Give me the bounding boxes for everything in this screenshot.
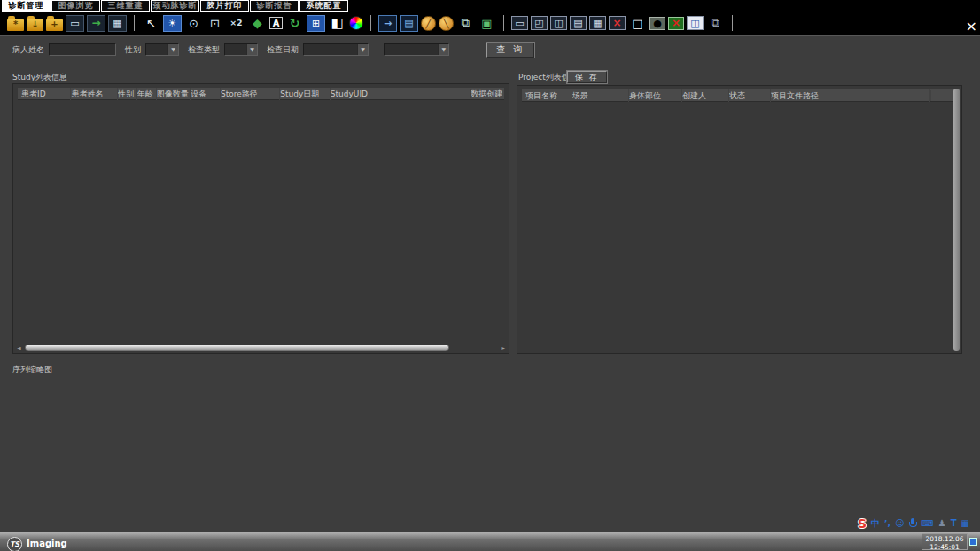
- tab-diagnosis-report[interactable]: 诊断报告: [250, 0, 299, 12]
- image-display-icon[interactable]: ☀: [163, 15, 182, 32]
- date-range-separator: -: [374, 45, 377, 54]
- column-study-uid[interactable]: StudyUID: [331, 89, 471, 98]
- layout-single-icon[interactable]: ▭: [511, 16, 528, 30]
- copy-report-icon[interactable]: ⧉: [456, 15, 475, 32]
- study-list-title: Study列表信息: [12, 72, 67, 83]
- toolbar-separator: [134, 15, 135, 31]
- tab-system-config[interactable]: 系统配置: [299, 0, 348, 12]
- film-layout-icon[interactable]: ▤: [400, 15, 418, 32]
- main-content: 病人姓名 性别 ▼ 检查类型 ▼ 检查日期 ▼ - ▼ 查 询 Study列表信…: [0, 35, 980, 532]
- tab-image-browse[interactable]: 图像浏览: [51, 0, 100, 12]
- top-bar: 诊断管理 图像浏览 三维重建 颈动脉诊断 胶片打印 诊断报告 系统配置 * ↓ …: [0, 0, 980, 35]
- film-view-icon[interactable]: ▭: [66, 15, 84, 32]
- roi-delete-icon[interactable]: ×: [668, 17, 684, 30]
- color-palette-icon[interactable]: [349, 16, 363, 30]
- toolbox-icon[interactable]: ▦: [961, 518, 969, 529]
- pointer-cursor-icon[interactable]: ↖: [142, 15, 160, 32]
- sogou-input-icon[interactable]: S: [858, 518, 867, 529]
- scrollbar-thumb[interactable]: [25, 345, 449, 351]
- pan-move-icon[interactable]: ◆: [248, 15, 267, 32]
- column-scene[interactable]: 场景: [572, 89, 629, 102]
- ts-logo-icon: TS: [7, 537, 22, 551]
- contrast-icon[interactable]: ◧: [328, 15, 346, 32]
- chevron-down-icon: ▼: [357, 44, 368, 55]
- layout-two-column-icon[interactable]: ◫: [550, 16, 567, 30]
- column-project-file-path[interactable]: 项目文件路径: [771, 89, 930, 102]
- emoji-icon[interactable]: ☺: [895, 518, 904, 529]
- layout-grid-icon[interactable]: ▦: [589, 16, 606, 30]
- zoom-region-icon[interactable]: ⊡: [206, 15, 224, 32]
- skin-icon[interactable]: T: [951, 518, 957, 529]
- scroll-right-icon[interactable]: ►: [499, 345, 505, 351]
- ellipse-shape-icon[interactable]: ●: [649, 17, 665, 30]
- project-list-panel: 项目名称 场景 身体部位 创建人 状态 项目文件路径: [517, 85, 962, 354]
- taskbar-clock[interactable]: 2018.12.06 12:45:01: [922, 533, 968, 550]
- cascade-windows-icon[interactable]: ⧉: [706, 15, 725, 32]
- fit-window-icon[interactable]: ⊞: [307, 15, 325, 32]
- tab-film-print[interactable]: 胶片打印: [200, 0, 249, 12]
- refresh-icon[interactable]: ↻: [285, 15, 304, 32]
- brand-name: Imaging: [27, 539, 67, 548]
- chinese-mode-icon[interactable]: 中: [871, 518, 880, 529]
- zoom-2x-icon[interactable]: ×2: [227, 15, 245, 32]
- column-study-date[interactable]: Study日期: [280, 88, 330, 100]
- layout-rows-icon[interactable]: ▤: [570, 16, 587, 30]
- column-creator[interactable]: 创建人: [682, 89, 729, 102]
- column-store-path[interactable]: Store路径: [221, 88, 280, 100]
- column-image-count[interactable]: 图像数量: [157, 88, 191, 100]
- layout-close-icon[interactable]: ×: [609, 16, 626, 30]
- exam-type-select[interactable]: ▼: [224, 43, 258, 56]
- microphone-icon[interactable]: [908, 518, 916, 529]
- exam-date-from-select[interactable]: ▼: [303, 43, 369, 56]
- sequence-thumbnail-label: 序列缩略图: [12, 364, 52, 376]
- column-gender[interactable]: 性别: [118, 88, 137, 100]
- archive-box-icon[interactable]: ▦: [108, 15, 127, 32]
- column-body-part[interactable]: 身体部位: [629, 89, 682, 102]
- login-icon[interactable]: ♟: [938, 518, 946, 529]
- vertical-scrollbar[interactable]: [953, 89, 960, 351]
- clock-time: 12:45:01: [922, 543, 967, 551]
- annotation-icon[interactable]: A: [269, 17, 283, 29]
- new-study-folder-icon[interactable]: +: [46, 19, 63, 31]
- split-view-icon[interactable]: ◫: [687, 16, 704, 30]
- scroll-left-icon[interactable]: ◄: [17, 345, 23, 351]
- column-data-created[interactable]: 数据创建: [471, 88, 504, 100]
- soft-keyboard-icon[interactable]: ⌨: [921, 518, 933, 529]
- column-device[interactable]: 设备: [191, 88, 221, 100]
- open-study-folder-icon[interactable]: *: [7, 19, 24, 31]
- tab-carotid-diagnosis[interactable]: 颈动脉诊断: [151, 0, 199, 12]
- close-button[interactable]: ×: [966, 20, 977, 33]
- taskbar: TS Imaging 2018.12.06 12:45:01: [0, 532, 980, 551]
- film-import-icon[interactable]: →: [378, 15, 397, 32]
- column-age[interactable]: 年龄: [137, 88, 157, 100]
- column-patient-name[interactable]: 患者姓名: [71, 88, 118, 100]
- punctuation-icon[interactable]: ’,: [884, 518, 891, 529]
- tab-diagnosis-management[interactable]: 诊断管理: [2, 0, 51, 12]
- column-status[interactable]: 状态: [729, 89, 771, 102]
- chevron-down-icon: ▼: [167, 44, 178, 55]
- toolbar-separator: [503, 15, 504, 31]
- column-project-name[interactable]: 项目名称: [525, 89, 572, 102]
- exam-date-to-select[interactable]: ▼: [384, 43, 449, 56]
- annotate-tool-icon[interactable]: ╲: [439, 16, 454, 31]
- patient-name-label: 病人姓名: [12, 44, 44, 56]
- rect-shape-icon[interactable]: □: [628, 15, 647, 32]
- export-image-icon[interactable]: ▣: [478, 15, 496, 32]
- horizontal-scrollbar[interactable]: ◄ ►: [17, 343, 505, 352]
- query-button[interactable]: 查 询: [486, 43, 534, 58]
- tab-3d-reconstruction[interactable]: 三维重建: [101, 0, 150, 12]
- measure-tool-icon[interactable]: ╱: [421, 16, 436, 31]
- layout-edit-icon[interactable]: ◰: [531, 16, 548, 30]
- patient-name-input[interactable]: [49, 43, 116, 56]
- column-patient-id[interactable]: 患者ID: [21, 88, 71, 100]
- zoom-icon[interactable]: ⊙: [184, 15, 203, 32]
- send-export-icon[interactable]: →: [87, 15, 105, 32]
- start-logo[interactable]: TS Imaging: [7, 533, 67, 551]
- gender-label: 性别: [125, 44, 141, 56]
- gender-select[interactable]: ▼: [145, 43, 179, 56]
- toolbar-separator: [732, 15, 733, 31]
- save-button[interactable]: 保 存: [567, 71, 607, 83]
- language-indicator-icon[interactable]: [969, 538, 977, 546]
- import-folder-icon[interactable]: ↓: [27, 19, 43, 31]
- chevron-down-icon: ▼: [246, 44, 257, 55]
